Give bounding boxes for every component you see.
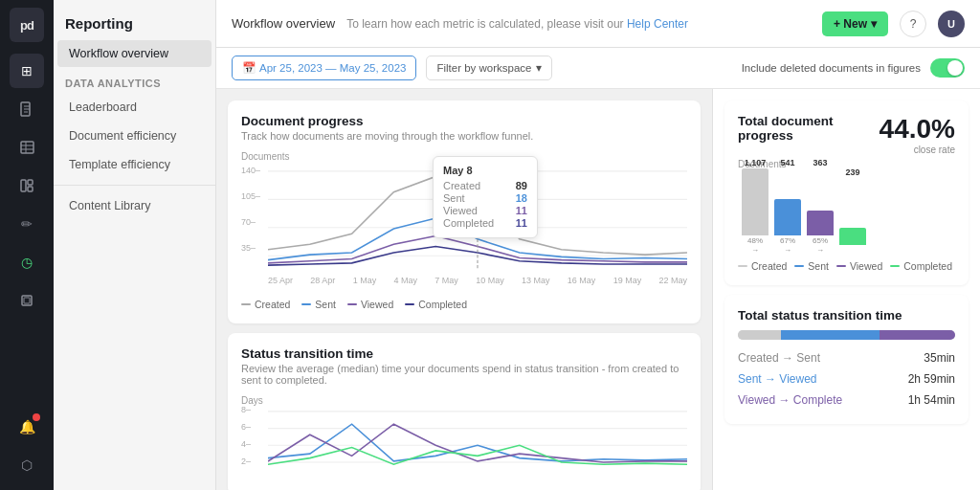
- nav-icon-clock[interactable]: ◷: [10, 245, 44, 279]
- help-center-link[interactable]: Help Center: [627, 17, 688, 31]
- legend-tp-viewed: Viewed: [836, 260, 882, 272]
- svg-rect-10: [28, 187, 33, 191]
- total-progress-bar-chart: 1,107 48% → 541 67% →: [738, 173, 955, 255]
- legend-created: Created: [241, 299, 290, 310]
- avatar[interactable]: U: [938, 11, 965, 37]
- tooltip-row-viewed: Viewed 11: [443, 205, 527, 216]
- calendar-icon: 📅: [242, 61, 256, 75]
- total-transition-card: Total status transition time Created → S…: [724, 295, 969, 424]
- sidebar: Reporting Workflow overview Data analyti…: [54, 0, 216, 490]
- nav-icon-box[interactable]: [10, 283, 44, 318]
- left-panel: Document progress Track how documents ar…: [216, 89, 712, 490]
- date-range-button[interactable]: 📅 Apr 25, 2023 — May 25, 2023: [232, 56, 416, 80]
- sidebar-item-workflow[interactable]: Workflow overview: [57, 40, 212, 67]
- x-axis-labels: 25 Apr 28 Apr 1 May 4 May 7 May 10 May 1…: [268, 276, 687, 285]
- transition-label-cs: Created → Sent: [738, 351, 820, 365]
- total-progress-header: Total document progress 44.0% close rate: [738, 114, 955, 155]
- tooltip-viewed: 11: [516, 205, 527, 216]
- tooltip-sent: 18: [516, 192, 527, 204]
- bar-sent: 541 67% →: [774, 158, 801, 255]
- close-rate-value: 44.0%: [880, 114, 955, 145]
- svg-rect-9: [28, 180, 33, 185]
- transition-row-viewed-complete: Viewed → Complete 1h 54min: [738, 390, 955, 411]
- nav-icon-layout[interactable]: [10, 168, 44, 203]
- sidebar-item-template-efficiency[interactable]: Template efficiency: [57, 151, 212, 178]
- sidebar-section-analytics: Data analytics: [54, 68, 215, 93]
- logo-text: pd: [20, 18, 33, 33]
- tooltip-row-sent: Sent 18: [443, 192, 527, 204]
- transition-label-sv: Sent → Viewed: [738, 372, 817, 386]
- bar-created: 1,107 48% →: [742, 158, 768, 255]
- tooltip-date: May 8: [443, 165, 527, 176]
- chevron-down-icon: ▾: [536, 61, 542, 75]
- svg-rect-4: [21, 142, 33, 153]
- bar-completed: 239: [839, 167, 866, 255]
- transition-row-sent-viewed: Sent → Viewed 2h 59min: [738, 368, 955, 390]
- legend-sent: Sent: [301, 299, 336, 310]
- tooltip-completed: 11: [516, 217, 527, 229]
- icon-bar: pd ⊞ ✏ ◷ 🔔 ⬡: [0, 0, 54, 490]
- tooltip-created: 89: [516, 180, 527, 191]
- topbar-breadcrumb: Workflow overview: [232, 16, 335, 31]
- tb-seg-created: [738, 330, 781, 340]
- document-progress-card: Document progress Track how documents ar…: [228, 100, 701, 323]
- tb-seg-viewed: [880, 330, 955, 340]
- tb-seg-sent: [781, 330, 879, 340]
- bar-viewed: 363 65% →: [807, 158, 834, 255]
- status-transition-subtitle: Review the average (median) time your do…: [241, 363, 687, 386]
- chevron-down-icon: ▾: [871, 17, 877, 31]
- topbar-help-text: To learn how each metric is calculated, …: [346, 17, 688, 31]
- toggle-knob: [947, 60, 963, 76]
- svg-rect-12: [24, 298, 30, 303]
- nav-icon-bell[interactable]: 🔔: [10, 410, 44, 444]
- legend-tp-completed: Completed: [890, 260, 952, 272]
- close-rate-container: 44.0% close rate: [880, 114, 955, 155]
- transition-value-cs: 35min: [924, 351, 955, 365]
- deleted-docs-toggle[interactable]: [930, 58, 965, 78]
- status-transition-card: Status transition time Review the averag…: [228, 333, 701, 490]
- doc-progress-subtitle: Track how documents are moving through t…: [241, 130, 687, 142]
- total-progress-legend: Created Sent Viewed: [738, 260, 955, 272]
- filter-workspace-button[interactable]: Filter by workspace ▾: [426, 56, 551, 80]
- sidebar-title: Reporting: [54, 0, 215, 39]
- main-area: Workflow overview To learn how each metr…: [216, 0, 980, 490]
- transition-bar: [738, 330, 955, 340]
- right-panel: Total document progress 44.0% close rate…: [712, 89, 980, 490]
- legend-tp-sent: Sent: [794, 260, 829, 272]
- nav-icon-table[interactable]: [10, 130, 44, 165]
- transition-value-vc: 1h 54min: [908, 393, 955, 407]
- legend-viewed: Viewed: [347, 299, 393, 310]
- legend-completed: Completed: [405, 299, 467, 310]
- total-transition-title: Total status transition time: [738, 308, 955, 323]
- new-button[interactable]: + New ▾: [822, 11, 888, 36]
- topbar: Workflow overview To learn how each metr…: [216, 0, 980, 48]
- sidebar-item-doc-efficiency[interactable]: Document efficiency: [57, 122, 212, 149]
- nav-icon-pencil[interactable]: ✏: [10, 207, 44, 241]
- close-rate-label: close rate: [880, 145, 955, 155]
- tooltip-row-created: Created 89: [443, 180, 527, 191]
- sidebar-item-leaderboard[interactable]: Leaderboard: [57, 94, 212, 121]
- help-icon-button[interactable]: ?: [900, 11, 926, 37]
- nav-icon-grid[interactable]: ⊞: [10, 54, 44, 88]
- total-progress-title: Total document progress: [738, 114, 880, 143]
- tooltip-row-completed: Completed 11: [443, 217, 527, 229]
- transition-label-vc: Viewed → Complete: [738, 393, 842, 407]
- doc-progress-title: Document progress: [241, 114, 687, 128]
- sidebar-divider: [54, 185, 215, 186]
- sidebar-item-content-library[interactable]: Content Library: [57, 192, 212, 219]
- filter-bar: 📅 Apr 25, 2023 — May 25, 2023 Filter by …: [216, 48, 980, 89]
- notification-dot: [33, 413, 40, 421]
- chart-legend: Created Sent Viewed: [241, 299, 687, 310]
- nav-icon-file[interactable]: [10, 92, 44, 126]
- app-logo[interactable]: pd: [10, 8, 44, 42]
- total-progress-card: Total document progress 44.0% close rate…: [724, 100, 969, 285]
- status-transition-title: Status transition time: [241, 346, 687, 361]
- transition-value-sv: 2h 59min: [908, 372, 955, 386]
- transition-chart: [268, 403, 687, 472]
- nav-icon-cube[interactable]: ⬡: [10, 448, 44, 482]
- legend-tp-created: Created: [738, 260, 787, 272]
- toggle-label: Include deleted documents in figures: [742, 62, 921, 74]
- chart-tooltip: May 8 Created 89 Sent 18: [433, 156, 538, 238]
- transition-row-created-sent: Created → Sent 35min: [738, 347, 955, 368]
- svg-rect-8: [21, 180, 26, 191]
